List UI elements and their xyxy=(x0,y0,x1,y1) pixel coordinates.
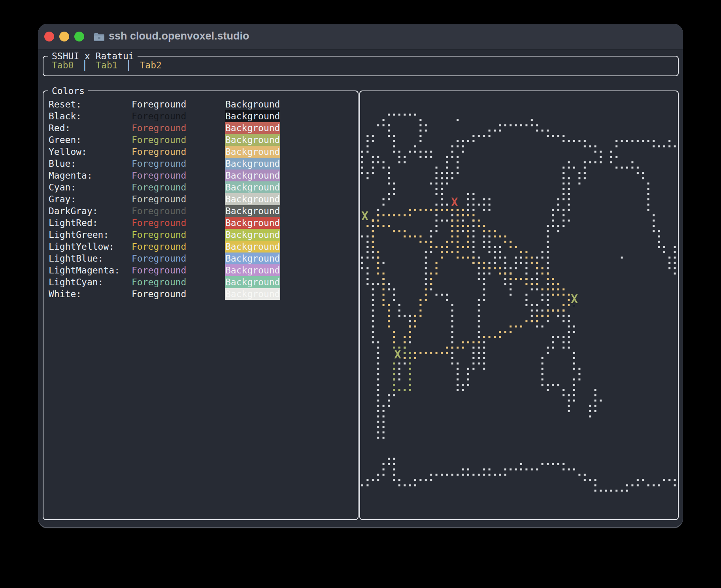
foreground-sample: Foreground xyxy=(132,181,186,193)
color-name-label: Yellow: xyxy=(49,146,87,158)
color-row: LightCyan:ForegroundBackground xyxy=(43,276,358,288)
color-row: Magenta:ForegroundBackground xyxy=(43,170,358,181)
tabs-frame: SSHUI x Ratatui Tab0│Tab1│Tab2 xyxy=(43,56,679,76)
foreground-sample: Foreground xyxy=(132,122,186,134)
background-sample: Background xyxy=(225,253,280,264)
color-row: Blue:ForegroundBackground xyxy=(43,158,358,170)
color-name-label: LightCyan: xyxy=(49,276,103,288)
foreground-sample: Foreground xyxy=(132,170,186,181)
background-sample: Background xyxy=(225,264,280,276)
color-name-label: DarkGray: xyxy=(49,205,98,217)
background-sample: Background xyxy=(225,181,280,193)
background-sample: Background xyxy=(225,122,280,134)
background-sample: Background xyxy=(225,193,280,205)
foreground-sample: Foreground xyxy=(132,276,186,288)
background-sample: Background xyxy=(225,158,280,170)
color-row: LightGreen:ForegroundBackground xyxy=(43,229,358,241)
color-row: Gray:ForegroundBackground xyxy=(43,193,358,205)
desktop: { "window": { "title": "ssh cloud.openvo… xyxy=(0,0,721,588)
foreground-sample: Foreground xyxy=(132,217,186,229)
tab-divider: │ xyxy=(126,60,132,70)
color-name-label: Black: xyxy=(49,110,81,122)
terminal-window: ssh cloud.openvoxel.studio SSHUI x Ratat… xyxy=(38,24,683,528)
world-map-canvas xyxy=(360,91,678,519)
color-name-label: Green: xyxy=(49,134,81,146)
tab-tab1[interactable]: Tab1 xyxy=(96,60,117,70)
foreground-sample: Foreground xyxy=(132,288,186,300)
background-sample: Background xyxy=(225,98,280,110)
colors-panel: Colors Reset:ForegroundBackgroundBlack:F… xyxy=(43,90,359,520)
foreground-sample: Foreground xyxy=(132,229,186,241)
color-name-label: Blue: xyxy=(49,158,76,170)
color-row: LightMagenta:ForegroundBackground xyxy=(43,264,358,276)
color-name-label: White: xyxy=(49,288,81,300)
color-row: Cyan:ForegroundBackground xyxy=(43,181,358,193)
background-sample: Background xyxy=(225,146,280,158)
tab-divider: │ xyxy=(82,60,87,70)
background-sample: Background xyxy=(225,288,280,300)
background-sample: Background xyxy=(225,229,280,241)
foreground-sample: Foreground xyxy=(132,158,186,170)
foreground-sample: Foreground xyxy=(132,134,186,146)
color-row: Reset:ForegroundBackground xyxy=(43,98,358,110)
foreground-sample: Foreground xyxy=(132,193,186,205)
background-sample: Background xyxy=(225,110,280,122)
folder-icon xyxy=(94,32,105,41)
color-row: Green:ForegroundBackground xyxy=(43,134,358,146)
color-name-label: Reset: xyxy=(49,98,81,110)
foreground-sample: Foreground xyxy=(132,241,186,253)
colors-panel-title: Colors xyxy=(48,85,88,97)
color-row: Yellow:ForegroundBackground xyxy=(43,146,358,158)
background-sample: Background xyxy=(225,241,280,253)
foreground-sample: Foreground xyxy=(132,98,186,110)
color-row: White:ForegroundBackground xyxy=(43,288,358,300)
tab-tab0[interactable]: Tab0 xyxy=(52,60,74,70)
color-name-label: Gray: xyxy=(49,193,76,205)
color-name-label: LightBlue: xyxy=(49,253,103,264)
color-row: LightYellow:ForegroundBackground xyxy=(43,241,358,253)
foreground-sample: Foreground xyxy=(132,253,186,264)
close-button[interactable] xyxy=(44,32,54,41)
color-row: Red:ForegroundBackground xyxy=(43,122,358,134)
tab-tab2[interactable]: Tab2 xyxy=(140,60,162,70)
color-name-label: Cyan: xyxy=(49,181,76,193)
foreground-sample: Foreground xyxy=(132,264,186,276)
color-name-label: LightGreen: xyxy=(49,229,109,241)
foreground-sample: Foreground xyxy=(132,205,186,217)
color-name-label: LightYellow: xyxy=(49,241,114,253)
window-titlebar: ssh cloud.openvoxel.studio xyxy=(38,24,683,50)
color-name-label: Red: xyxy=(49,122,70,134)
zoom-button[interactable] xyxy=(74,32,84,41)
minimize-button[interactable] xyxy=(59,32,69,41)
background-sample: Background xyxy=(225,276,280,288)
color-row: DarkGray:ForegroundBackground xyxy=(43,205,358,217)
color-row: LightRed:ForegroundBackground xyxy=(43,217,358,229)
color-rows: Reset:ForegroundBackgroundBlack:Foregrou… xyxy=(43,98,358,300)
foreground-sample: Foreground xyxy=(132,146,186,158)
foreground-sample: Foreground xyxy=(132,110,186,122)
tab-bar: Tab0│Tab1│Tab2 xyxy=(52,60,162,70)
color-row: LightBlue:ForegroundBackground xyxy=(43,253,358,264)
color-name-label: LightRed: xyxy=(49,217,98,229)
background-sample: Background xyxy=(225,134,280,146)
background-sample: Background xyxy=(225,205,280,217)
color-name-label: LightMagenta: xyxy=(49,264,120,276)
terminal-content: SSHUI x Ratatui Tab0│Tab1│Tab2 Colors Re… xyxy=(38,49,683,527)
window-title: ssh cloud.openvoxel.studio xyxy=(109,30,249,42)
background-sample: Background xyxy=(225,217,280,229)
background-sample: Background xyxy=(225,170,280,181)
color-row: Black:ForegroundBackground xyxy=(43,110,358,122)
map-panel xyxy=(359,90,679,520)
color-name-label: Magenta: xyxy=(49,170,92,181)
